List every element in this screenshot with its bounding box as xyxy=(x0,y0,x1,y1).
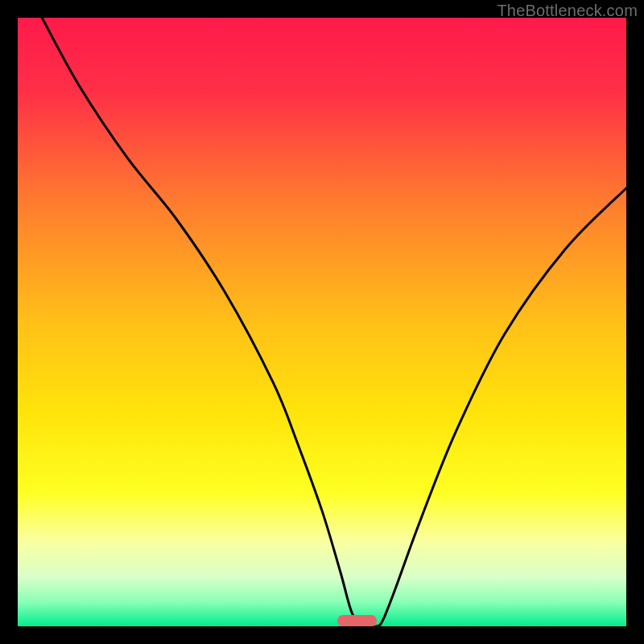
plot-area xyxy=(18,18,626,626)
optimal-marker xyxy=(337,615,377,626)
chart-frame: TheBottleneck.com xyxy=(0,0,644,644)
bottleneck-curve xyxy=(18,18,626,626)
attribution-label: TheBottleneck.com xyxy=(497,2,638,20)
